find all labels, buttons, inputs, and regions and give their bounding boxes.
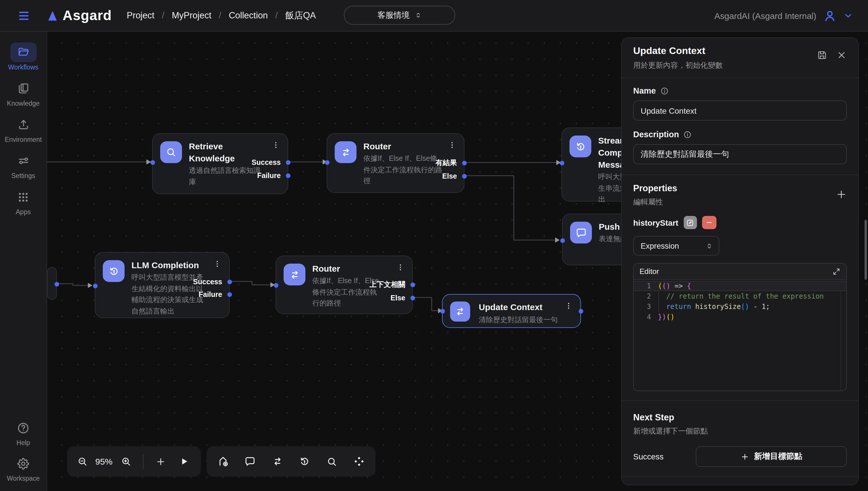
- palette-swap-icon[interactable]: [266, 450, 289, 473]
- palette-search-icon[interactable]: [321, 450, 343, 473]
- workflow-node-router-2[interactable]: Router依據If、Else If、Else條件決定工作流程執行的路徑上下文相…: [275, 256, 413, 314]
- palette-bubble-icon[interactable]: [239, 450, 262, 473]
- breadcrumb-item[interactable]: 飯店QA: [285, 9, 316, 22]
- editor-line-4[interactable]: 4})(): [634, 312, 846, 322]
- info-icon[interactable]: [660, 86, 668, 95]
- output-port[interactable]: [54, 282, 59, 287]
- brand-name: Asgard: [63, 7, 112, 24]
- node-title: LLM Completion: [131, 259, 199, 271]
- output-port-Success[interactable]: [227, 280, 232, 284]
- gear-icon: [17, 457, 30, 470]
- node-description: 呼叫大型語言模型並產生結構化的資料輸出以輔助流程的決策或生成自然語言輸出: [131, 272, 203, 317]
- help-icon: [17, 421, 30, 434]
- workflow-node-update-context[interactable]: Update Context清除歷史對話留最後一句: [442, 294, 581, 328]
- book-icon: [17, 82, 30, 95]
- workflow-node-router-1[interactable]: Router依據If、Else If、Else條件決定工作流程執行的路徑有結果E…: [327, 133, 465, 193]
- code-area[interactable]: 1(() => {2 // return the result of the e…: [634, 280, 846, 391]
- output-label: Else: [442, 172, 457, 180]
- input-port[interactable]: [325, 160, 329, 165]
- remove-property-button[interactable]: [702, 216, 716, 229]
- sidebar-item-help[interactable]: Help: [3, 418, 44, 446]
- user-icon[interactable]: [823, 9, 836, 22]
- description-label-row: Description: [633, 130, 847, 139]
- line-code: (() => {: [658, 281, 691, 291]
- bubble-icon: [575, 227, 587, 239]
- add-target-node-button[interactable]: 新增目標節點: [696, 446, 847, 467]
- line-number: 4: [634, 312, 658, 322]
- editor-line-3[interactable]: 3 return historySize() - 1;: [634, 301, 846, 312]
- workflow-node-offscreen-node[interactable]: [47, 267, 57, 300]
- input-port[interactable]: [560, 238, 565, 243]
- breadcrumb-separator: /: [219, 10, 221, 21]
- breadcrumb-item[interactable]: MyProject: [172, 10, 212, 21]
- name-input[interactable]: [633, 100, 847, 121]
- node-menu-icon[interactable]: [213, 260, 221, 268]
- run-workflow-icon[interactable]: [172, 450, 195, 473]
- output-label: Success: [252, 158, 281, 167]
- palette-add-node-icon[interactable]: [211, 450, 234, 473]
- input-port[interactable]: [440, 309, 445, 314]
- account-chevron-down-icon[interactable]: [843, 11, 853, 20]
- info-icon[interactable]: [683, 130, 692, 139]
- zoom-in-icon[interactable]: [114, 450, 137, 473]
- workflow-node-retrieve-knowledge[interactable]: RetrieveKnowledge透過自然語言檢索知識庫SuccessFailu…: [152, 133, 288, 194]
- breadcrumb-item[interactable]: Project: [127, 10, 154, 21]
- output-port-上下文相關[interactable]: [410, 283, 415, 287]
- workflow-node-llm-completion[interactable]: LLM Completion呼叫大型語言模型並產生結構化的資料輸出以輔助流程的決…: [95, 252, 230, 318]
- line-code: // return the result of the expression: [658, 291, 824, 301]
- palette-cluster-icon[interactable]: [348, 450, 371, 473]
- breadcrumb-item[interactable]: Collection: [229, 10, 268, 21]
- input-port[interactable]: [560, 161, 564, 165]
- input-port[interactable]: [273, 283, 278, 288]
- input-port[interactable]: [93, 284, 97, 288]
- output-port-Failure[interactable]: [227, 292, 232, 297]
- sidebar-item-workspace[interactable]: Workspace: [3, 454, 44, 482]
- description-label: Description: [633, 130, 679, 139]
- hamburger-menu-icon[interactable]: [17, 10, 30, 21]
- brand-logo[interactable]: Asgard: [47, 7, 112, 24]
- description-input[interactable]: [633, 144, 847, 164]
- output-port-Else[interactable]: [462, 174, 467, 179]
- sidebar-item-apps[interactable]: Apps: [3, 187, 44, 215]
- account-area[interactable]: AsgardAI (Asgard Internal): [714, 0, 853, 31]
- editor-title: Editor: [639, 267, 659, 276]
- output-port-Else[interactable]: [410, 296, 415, 300]
- editor-line-2[interactable]: 2 // return the result of the expression: [634, 291, 846, 301]
- add-property-icon[interactable]: [836, 189, 847, 200]
- input-port[interactable]: [150, 160, 155, 165]
- node-menu-icon[interactable]: [272, 141, 280, 149]
- output-port-Failure[interactable]: [286, 173, 290, 178]
- breadcrumb: Project/MyProject/Collection/飯店QA: [127, 9, 316, 22]
- node-menu-icon[interactable]: [564, 301, 573, 310]
- zoom-out-icon[interactable]: [70, 450, 94, 473]
- output-label: 有結果: [436, 158, 457, 168]
- add-icon[interactable]: [149, 450, 172, 473]
- editor-line-1[interactable]: 1(() => {: [634, 281, 846, 291]
- output-port[interactable]: [578, 309, 583, 314]
- output-label: Else: [391, 294, 405, 302]
- node-menu-icon[interactable]: [396, 263, 405, 271]
- sidebar-item-knowledge[interactable]: Knowledge: [3, 79, 44, 107]
- sidebar-item-workflows[interactable]: Workflows: [3, 42, 44, 70]
- sidebar-item-environment[interactable]: Environment: [3, 115, 44, 143]
- node-description: 透過自然語言檢索知識庫: [189, 165, 261, 188]
- sidebar-item-settings[interactable]: Settings: [3, 151, 44, 179]
- output-port-Success[interactable]: [286, 160, 290, 165]
- node-menu-icon[interactable]: [448, 141, 456, 149]
- line-code: })(): [658, 312, 675, 322]
- edit-property-button[interactable]: [683, 216, 697, 229]
- sidebar-item-label: Settings: [11, 172, 35, 179]
- close-icon[interactable]: [836, 50, 847, 60]
- expand-editor-icon[interactable]: [832, 267, 840, 276]
- page-scrollbar-thumb[interactable]: [865, 220, 867, 280]
- add-target-node-label: 新增目標節點: [754, 451, 802, 462]
- properties-subtitle: 編輯屬性: [633, 197, 677, 207]
- palette-llm-icon[interactable]: [293, 450, 316, 473]
- environment-selector[interactable]: 客服情境: [344, 6, 455, 25]
- property-type-select[interactable]: Expression: [633, 236, 719, 256]
- output-port-有結果[interactable]: [462, 161, 467, 165]
- node-description: 清除歷史對話留最後一句: [479, 315, 558, 326]
- property-name: historyStart: [633, 218, 678, 227]
- save-icon[interactable]: [817, 50, 827, 60]
- node-description: 依據If、Else If、Else條件決定工作流程執行的路徑: [363, 153, 442, 187]
